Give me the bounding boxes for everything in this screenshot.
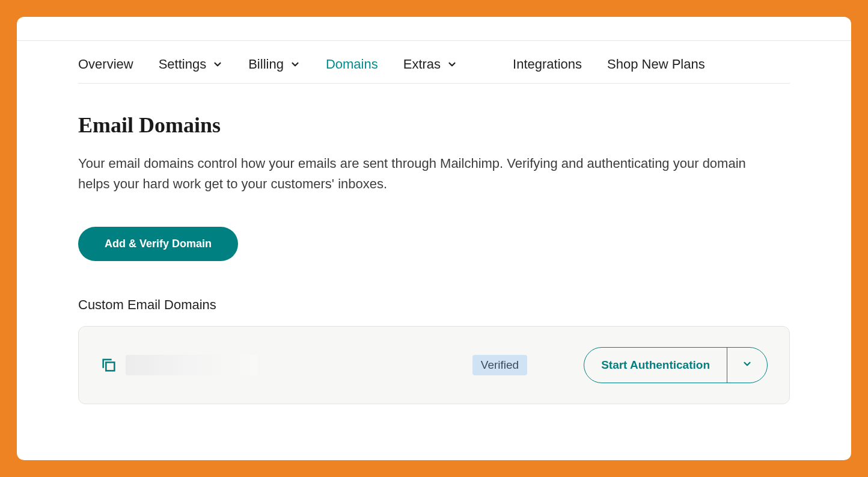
content-wrapper: Overview Settings Billing Domains Extras	[17, 41, 851, 404]
tab-overview[interactable]: Overview	[78, 57, 133, 72]
tab-label: Domains	[326, 57, 378, 72]
domain-name-redacted	[126, 355, 258, 375]
status-badge: Verified	[472, 355, 527, 375]
tab-label: Shop New Plans	[607, 57, 705, 72]
svg-rect-0	[106, 363, 114, 371]
tab-label: Overview	[78, 57, 133, 72]
chevron-down-icon	[212, 59, 223, 70]
chevron-down-icon	[290, 59, 301, 70]
domain-row: Verified Start Authentication	[78, 326, 790, 404]
tab-label: Integrations	[513, 57, 582, 72]
tab-domains[interactable]: Domains	[326, 57, 378, 72]
start-authentication-dropdown[interactable]	[727, 348, 767, 383]
tab-label: Billing	[248, 57, 284, 72]
start-authentication-split-button: Start Authentication	[584, 347, 768, 383]
start-authentication-button[interactable]: Start Authentication	[584, 348, 727, 383]
chevron-down-icon	[447, 59, 457, 70]
custom-domains-heading: Custom Email Domains	[78, 297, 790, 313]
tab-settings[interactable]: Settings	[159, 57, 224, 72]
header-spacer	[17, 17, 851, 41]
tab-shop-new-plans[interactable]: Shop New Plans	[607, 57, 705, 72]
page-card: Overview Settings Billing Domains Extras	[17, 17, 851, 460]
tab-bar: Overview Settings Billing Domains Extras	[78, 41, 790, 84]
add-verify-domain-button[interactable]: Add & Verify Domain	[78, 227, 238, 261]
tab-label: Settings	[159, 57, 207, 72]
page-description: Your email domains control how your emai…	[78, 153, 769, 194]
chevron-down-icon	[742, 359, 753, 372]
copy-icon[interactable]	[100, 357, 117, 374]
tab-billing[interactable]: Billing	[248, 57, 301, 72]
tab-label: Extras	[403, 57, 441, 72]
page-title: Email Domains	[78, 112, 790, 138]
tab-integrations[interactable]: Integrations	[513, 57, 582, 72]
tab-extras[interactable]: Extras	[403, 57, 457, 72]
